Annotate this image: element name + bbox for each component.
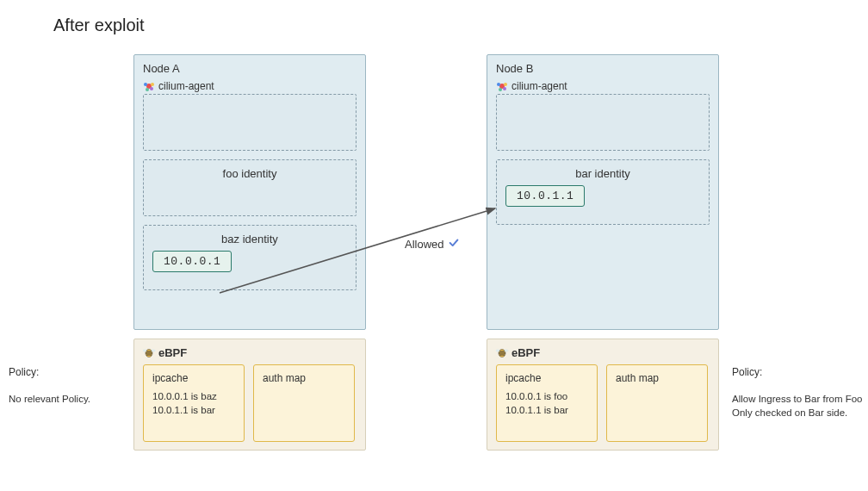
baz-identity-label: baz identity [152, 233, 347, 246]
svg-point-12 [152, 350, 156, 352]
node-a-title: Node A [143, 62, 356, 75]
policy-a-label: Policy: [9, 366, 39, 378]
svg-point-6 [497, 83, 500, 86]
policy-b-line1: Allow Ingress to Bar from Foo [732, 392, 865, 406]
svg-point-7 [504, 83, 507, 86]
ebpf-title-b: eBPF [496, 346, 710, 359]
allowed-label: Allowed [405, 237, 460, 252]
authmap-a: auth map [253, 364, 355, 442]
cilium-icon [143, 80, 155, 92]
node-a-agent-box [143, 94, 356, 151]
policy-b-text: Allow Ingress to Bar from Foo Only check… [732, 392, 865, 420]
cilium-agent-label: cilium-agent [158, 80, 214, 92]
ebpf-label: eBPF [158, 346, 187, 359]
ipcache-b-line2: 10.0.1.1 is bar [505, 403, 588, 417]
ebpf-label: eBPF [512, 346, 540, 359]
cilium-icon [496, 80, 508, 92]
bee-icon [496, 347, 509, 358]
bee-icon [143, 347, 156, 358]
node-b-identity-bar: bar identity 10.0.1.1 [496, 159, 710, 225]
svg-point-2 [151, 83, 154, 86]
policy-b-line2: Only checked on Bar side. [732, 406, 865, 420]
node-b-ip: 10.0.1.1 [505, 185, 585, 207]
ipcache-a-line1: 10.0.0.1 is baz [152, 389, 235, 403]
policy-b-label: Policy: [732, 366, 762, 378]
ipcache-b-line1: 10.0.0.1 is foo [505, 389, 588, 403]
svg-point-4 [150, 87, 153, 90]
authmap-title: auth map [616, 372, 698, 384]
ipcache-a: ipcache 10.0.0.1 is baz 10.0.1.1 is bar [143, 364, 245, 442]
node-a-ip: 10.0.0.1 [152, 251, 232, 272]
node-a-identity-baz: baz identity 10.0.0.1 [143, 225, 356, 290]
check-icon [448, 237, 460, 252]
authmap-b: auth map [606, 364, 708, 442]
node-b-box: Node B cilium-agent bar identity 10.0.1.… [487, 54, 719, 330]
node-b-title: Node B [496, 62, 710, 75]
allowed-text: Allowed [405, 238, 444, 251]
authmap-title: auth map [263, 372, 345, 384]
node-a-box: Node A cilium-agent foo identity baz ide… [133, 54, 366, 330]
policy-a-text: No relevant Policy. [9, 392, 90, 406]
svg-point-3 [146, 88, 149, 91]
ebpf-a-box: eBPF ipcache 10.0.0.1 is baz 10.0.1.1 is… [133, 339, 366, 451]
node-b-agent: cilium-agent [496, 80, 710, 92]
diagram-title: After exploit [53, 16, 145, 35]
ipcache-title: ipcache [505, 372, 588, 384]
ipcache-title: ipcache [152, 372, 235, 384]
ebpf-b-box: eBPF ipcache 10.0.0.1 is foo 10.0.1.1 is… [487, 339, 719, 451]
ebpf-title-a: eBPF [143, 346, 356, 359]
bar-identity-label: bar identity [505, 167, 700, 180]
svg-point-1 [144, 83, 147, 86]
svg-point-9 [503, 87, 506, 90]
svg-point-8 [499, 88, 502, 91]
node-b-agent-box [496, 94, 710, 151]
ipcache-b: ipcache 10.0.0.1 is foo 10.0.1.1 is bar [496, 364, 598, 442]
node-a-agent: cilium-agent [143, 80, 356, 92]
cilium-agent-label: cilium-agent [512, 80, 567, 92]
ipcache-a-line2: 10.0.1.1 is bar [152, 403, 235, 417]
foo-identity-label: foo identity [152, 167, 347, 180]
node-a-identity-foo: foo identity [143, 159, 356, 216]
svg-point-15 [505, 350, 509, 352]
